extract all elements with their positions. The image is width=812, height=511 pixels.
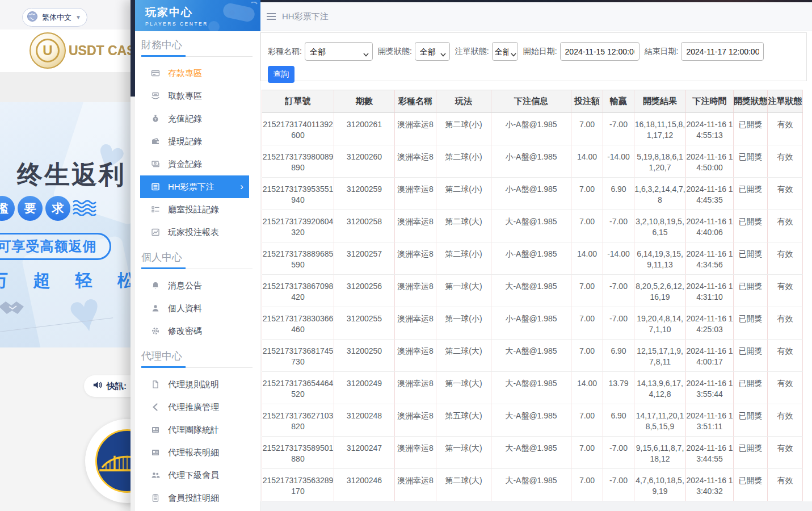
order-status-select[interactable]: 全部 (492, 42, 518, 61)
col-header-play: 玩法 (436, 90, 491, 113)
cell-draw-status: 已開獎 (734, 340, 768, 372)
cell-draw-result: 9,15,6,11,8,7,18,12 (634, 437, 686, 469)
start-date-input[interactable] (560, 42, 639, 61)
sidebar-item-label: 廳室投註記錄 (168, 204, 219, 215)
sidebar-item-label: 提現記錄 (168, 136, 202, 147)
share-icon (150, 403, 160, 412)
cell-period: 31200255 (334, 307, 395, 340)
cell-win-loss: -7.00 (603, 210, 634, 242)
sidebar-item-label: 消息公告 (168, 280, 202, 291)
table-row: 215217317383036646031200255澳洲幸运8第一球(小)小-… (262, 307, 803, 340)
cell-lottery-name: 澳洲幸运8 (395, 275, 436, 307)
cell-draw-status: 已開獎 (734, 469, 768, 501)
sidebar-item-label: 代理推廣管理 (168, 402, 219, 413)
cell-lottery-name: 澳洲幸运8 (395, 307, 436, 340)
cell-bet-info: 大-A盤@1.985 (491, 469, 571, 501)
cell-bet-amount: 7.00 (571, 437, 603, 469)
sidebar-item-hall-bet-records[interactable]: 廳室投註記錄 (140, 198, 249, 221)
cell-bet-info: 小-A盤@1.985 (491, 307, 571, 340)
draw-status-select[interactable]: 全部 (415, 42, 450, 61)
cell-draw-status: 已開獎 (734, 437, 768, 469)
search-button[interactable]: 查詢 (268, 66, 294, 83)
table-row: 215217317358950188031200247澳洲幸运8第一球(大)大-… (262, 437, 803, 469)
col-header-draw-status: 開獎狀態 (734, 90, 768, 113)
cell-win-loss: -7.00 (603, 469, 634, 501)
screen: 繁体中文 ▼ U USDT CASINO ♥ ♥ 终生返利 檻要求 可享受高额返… (0, 0, 812, 511)
cell-bet-amount: 7.00 (571, 340, 603, 372)
cell-draw-result: 8,20,5,2,6,12,16,19 (634, 275, 686, 307)
cell-order-no: 2152173173563289170 (262, 469, 334, 501)
sidebar-item-label: 代理報表明細 (168, 447, 219, 458)
cell-bet-info: 大-A盤@1.985 (491, 372, 571, 404)
cell-bet-amount: 7.00 (571, 404, 603, 437)
cell-bet-time: 2024-11-16 13:40:32 (686, 469, 734, 501)
banner-badge: 要 (18, 196, 43, 221)
cell-win-loss: 6.90 (603, 178, 634, 210)
sidebar-item-withdraw-record[interactable]: 提現記錄 (140, 130, 249, 153)
sidebar-item-agent-report-detail[interactable]: 代理報表明細 (140, 441, 249, 464)
section-divider (141, 267, 253, 269)
cell-draw-status: 已開獎 (734, 145, 768, 178)
cell-bet-info: 大-A盤@1.985 (491, 404, 571, 437)
bell-icon (150, 281, 160, 291)
end-date-input[interactable] (681, 42, 764, 61)
players-center-header: 玩家中心 PLAYERS CENTER (135, 0, 260, 31)
cell-order-no: 2152173174011392600 (262, 113, 334, 145)
sidebar-section-title: 代理中心 (141, 348, 260, 364)
cell-bet-time: 2024-11-16 14:50:00 (686, 145, 734, 178)
cell-bet-info: 大-A盤@1.985 (491, 275, 571, 307)
cell-play: 第一球(大) (436, 437, 491, 469)
cell-period: 31200246 (334, 469, 395, 501)
sidebar-item-profile[interactable]: 個人資料 (140, 297, 249, 320)
cell-period: 31200247 (334, 437, 395, 469)
cell-order-no: 2152173173654464520 (262, 372, 334, 404)
cell-draw-result: 1,6,3,2,14,4,7,8 (634, 178, 686, 210)
scrollbar-thumb[interactable] (131, 0, 135, 97)
sidebar-item-withdraw[interactable]: 取款專區 (140, 85, 249, 107)
cell-play: 第一球(大) (436, 372, 491, 404)
cell-draw-status: 已開獎 (734, 178, 768, 210)
cell-lottery-name: 澳洲幸运8 (395, 113, 436, 145)
cell-win-loss: -7.00 (603, 275, 634, 307)
sidebar-scrollbar[interactable] (131, 0, 135, 511)
cell-order-no: 2152173173589501880 (262, 437, 334, 469)
sidebar-item-funds-record[interactable]: 資金記錄 (140, 153, 249, 175)
sidebar-item-agent-rules[interactable]: 代理規則說明 (140, 373, 249, 396)
cell-draw-result: 3,2,10,8,19,5,6,15 (634, 210, 686, 242)
cell-draw-result: 6,14,19,3,15,9,11,13 (634, 242, 686, 275)
list-icon (150, 182, 160, 192)
banner-pill: 可享受高额返佣 (0, 233, 111, 260)
cell-lottery-name: 澳洲幸运8 (395, 178, 436, 210)
sidebar-item-member-bet-detail[interactable]: 會員投註明細 (140, 487, 249, 509)
cell-win-loss: 13.79 (603, 372, 634, 404)
cell-order-no: 2152173173953551940 (262, 178, 334, 210)
sidebar-item-recharge-record[interactable]: 充值記錄 (140, 107, 249, 130)
col-header-period: 期數 (334, 90, 395, 113)
sidebar-item-label: 資金記錄 (168, 159, 202, 170)
players-center-modal: 玩家中心 PLAYERS CENTER 財務中心存款專區取款專區充值記錄提現記錄… (131, 0, 812, 511)
sidebar-item-player-bet-report[interactable]: 玩家投注報表 (140, 221, 249, 244)
table-row: 215217317356328917031200246澳洲幸运8第二球(大)大-… (262, 469, 803, 501)
speaker-icon (92, 380, 102, 392)
col-header-order-status: 注單狀態 (768, 90, 803, 113)
sidebar-item-label: 充值記錄 (168, 114, 202, 124)
sidebar-item-deposit[interactable]: 存款專區 (140, 62, 249, 85)
sidebar-item-change-password[interactable]: 修改密碼 (140, 320, 249, 342)
handshake-icon (0, 296, 28, 322)
sidebar-item-hh-lottery-bets[interactable]: HH彩票下注› (140, 175, 249, 198)
cell-lottery-name: 澳洲幸运8 (395, 145, 436, 178)
sidebar-item-agent-team-stats[interactable]: 代理團隊統計 (140, 418, 249, 441)
language-label: 繁体中文 (42, 12, 71, 23)
content-header: HH彩票下注 (260, 2, 812, 31)
language-selector[interactable]: 繁体中文 ▼ (22, 8, 87, 27)
cell-order-status: 有效 (768, 145, 803, 178)
col-header-bet-info: 下注信息 (491, 90, 571, 113)
lottery-name-select[interactable]: 全部 (305, 42, 373, 61)
waves-decor (73, 200, 102, 218)
sidebar-item-agent-promotion[interactable]: 代理推廣管理 (140, 396, 249, 418)
sidebar-item-announcements[interactable]: 消息公告 (140, 274, 249, 297)
cell-draw-result: 14,17,11,20,18,5,15,9 (634, 404, 686, 437)
sidebar-item-agent-sub-members[interactable]: 代理下級會員 (140, 464, 249, 487)
menu-toggle-icon[interactable] (267, 13, 276, 20)
table-row: 215217317362710382031200248澳洲幸运8第五球(大)大-… (262, 404, 803, 437)
